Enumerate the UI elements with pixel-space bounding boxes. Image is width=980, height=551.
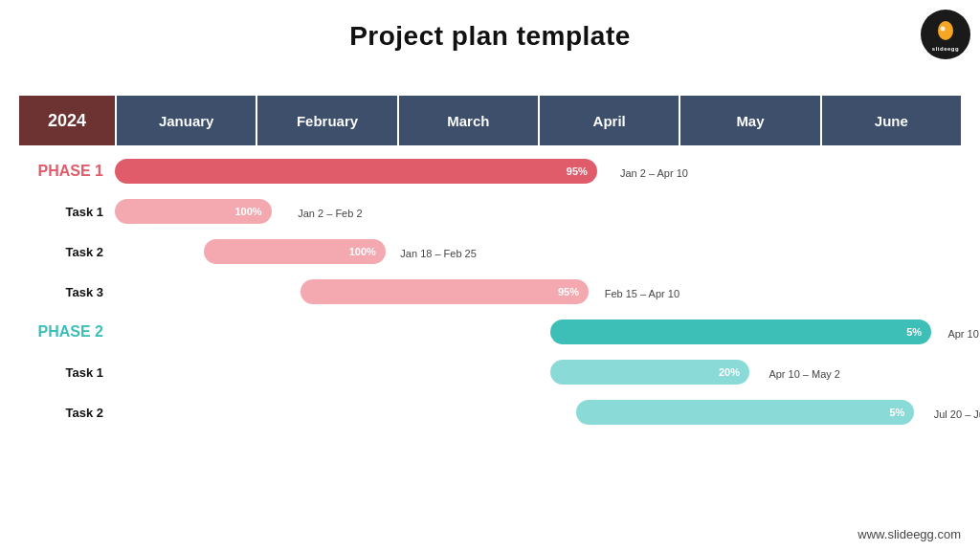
month-may: May <box>679 96 819 145</box>
phase2-date: Apr 10 – Jun 10 <box>947 328 980 340</box>
task2-p2-pct: 5% <box>889 407 904 418</box>
task1-p2-timeline: 20% Apr 10 – May 2 <box>115 354 961 390</box>
task2-p1-row: Task 2 100% Jan 18 – Feb 25 <box>19 233 961 270</box>
task3-p1-date: Feb 15 – Apr 10 <box>605 288 679 299</box>
task2-p1-bar: 100% Jan 18 – Feb 25 <box>204 239 386 264</box>
task2-p2-row: Task 2 5% Jul 20 – Jun 10 <box>19 394 961 430</box>
phase1-timeline: 95% Jan 2 – Apr 10 <box>115 153 961 189</box>
month-jun: June <box>820 96 961 145</box>
gantt-header: 2024 January February March April May Ju… <box>19 96 961 145</box>
task1-p1-pct: 100% <box>234 206 261 217</box>
phase1-row: PHASE 1 95% Jan 2 – Apr 10 <box>19 153 961 189</box>
task2-p2-timeline: 5% Jul 20 – Jun 10 <box>115 394 961 430</box>
slideegg-logo: slideegg <box>921 10 970 59</box>
task1-p2-label: Task 1 <box>19 365 115 380</box>
task2-p2-label: Task 2 <box>19 406 115 420</box>
task2-p1-label: Task 2 <box>19 245 115 259</box>
svg-point-1 <box>941 26 946 31</box>
gantt-container: 2024 January February March April May Ju… <box>19 96 961 434</box>
task1-p1-bar: 100% Jan 2 – Feb 2 <box>115 199 272 224</box>
month-feb: February <box>256 96 396 145</box>
task1-p1-date: Jan 2 – Feb 2 <box>298 208 362 219</box>
phase2-timeline: 5% Apr 10 – Jun 10 <box>115 314 961 350</box>
year-cell: 2024 <box>19 96 115 145</box>
phase1-bar: 95% Jan 2 – Apr 10 <box>115 159 597 184</box>
footer-url: www.slideegg.com <box>858 527 961 541</box>
phase2-row: PHASE 2 5% Apr 10 – Jun 10 <box>19 314 961 350</box>
task3-p1-pct: 95% <box>558 286 579 298</box>
task1-p2-pct: 20% <box>719 366 740 378</box>
task1-p1-label: Task 1 <box>19 205 115 219</box>
phase1-pct: 95% <box>567 165 588 177</box>
task1-p1-row: Task 1 100% Jan 2 – Feb 2 <box>19 193 961 230</box>
task1-p2-row: Task 1 20% Apr 10 – May 2 <box>19 354 961 390</box>
month-apr: April <box>538 96 679 145</box>
task2-p2-date: Jul 20 – Jun 10 <box>934 408 980 420</box>
phase1-date: Jan 2 – Apr 10 <box>620 167 688 179</box>
month-mar: March <box>397 96 538 145</box>
phase2-bar: 5% Apr 10 – Jun 10 <box>550 320 931 344</box>
phase1-label: PHASE 1 <box>19 163 115 180</box>
task3-p1-label: Task 3 <box>19 285 115 299</box>
task2-p1-timeline: 100% Jan 18 – Feb 25 <box>115 233 961 270</box>
gantt-body: PHASE 1 95% Jan 2 – Apr 10 Task 1 100% J… <box>19 153 961 430</box>
slideegg-icon <box>932 18 959 45</box>
task2-p2-bar: 5% Jul 20 – Jun 10 <box>576 400 915 425</box>
page-title: Project plan template <box>0 21 980 52</box>
month-jan: January <box>115 96 256 145</box>
task3-p1-timeline: 95% Feb 15 – Apr 10 <box>115 274 961 310</box>
phase2-pct: 5% <box>906 326 922 338</box>
task1-p1-timeline: 100% Jan 2 – Feb 2 <box>115 193 961 230</box>
task1-p2-bar: 20% Apr 10 – May 2 <box>550 360 749 385</box>
task1-p2-date: Apr 10 – May 2 <box>768 368 840 380</box>
task3-p1-bar: 95% Feb 15 – Apr 10 <box>301 279 589 304</box>
phase2-label: PHASE 2 <box>19 323 115 341</box>
task2-p1-pct: 100% <box>349 246 376 257</box>
task3-p1-row: Task 3 95% Feb 15 – Apr 10 <box>19 274 961 310</box>
svg-point-0 <box>938 21 953 40</box>
task2-p1-date: Jan 18 – Feb 25 <box>400 248 477 259</box>
slideegg-logo-text: slideegg <box>932 46 959 52</box>
months-row: January February March April May June <box>115 96 961 145</box>
